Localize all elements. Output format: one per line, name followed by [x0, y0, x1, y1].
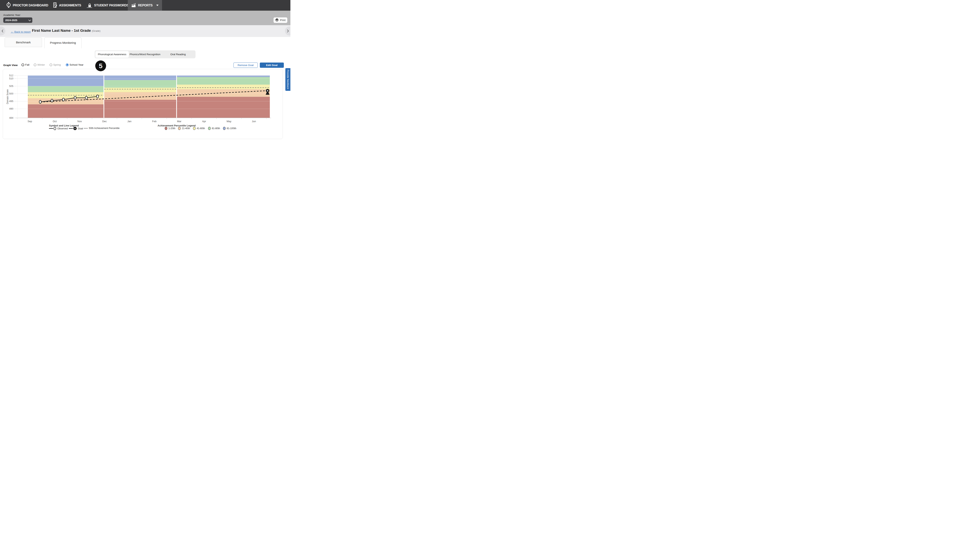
percentile-line-icon	[84, 128, 88, 129]
svg-text:Feb: Feb	[152, 120, 156, 123]
step-badge: 5	[95, 60, 106, 71]
svg-text:Apr: Apr	[202, 120, 206, 123]
nav-label: ASSIGNMENTS	[59, 4, 81, 7]
radio-circle-icon	[66, 63, 68, 66]
observed-line-icon	[49, 128, 53, 129]
proctor-dashboard-app: PROCTOR DASHBOARD ASSIGNMENTS ★★★★ STUDE…	[0, 0, 290, 140]
legend-item-observed: Observed	[49, 127, 68, 130]
svg-text:512: 512	[9, 74, 13, 77]
goal-line-icon	[69, 128, 73, 129]
nav-item-reports[interactable]: REPORTS	[128, 0, 162, 11]
subtab-oral-reading[interactable]: Oral Reading	[161, 51, 195, 58]
radio-school-year[interactable]: School Year	[66, 63, 83, 66]
legend-item-81-100th: 81-100th	[223, 127, 236, 130]
legend-item-41-60th: 41-60th	[193, 127, 205, 130]
nav-label: PROCTOR DASHBOARD	[13, 4, 48, 7]
svg-text:Domain Score: Domain Score	[6, 89, 9, 104]
gauge-icon	[6, 2, 11, 9]
graph-view-label: Graph View	[3, 64, 18, 66]
page-title: First Name Last Name - 1st Grade(Grade)	[32, 28, 101, 33]
radio-circle-icon	[22, 63, 24, 66]
nav-item-assignments[interactable]: ASSIGNMENTS	[53, 0, 81, 11]
scroll-right-button[interactable]	[285, 27, 290, 35]
nav-label: REPORTS	[138, 4, 152, 7]
percentile-legend-title: Achievement Percentile Legend	[157, 124, 196, 127]
svg-text:505: 505	[9, 84, 13, 88]
back-to-report-link[interactable]: ← Back to report	[11, 30, 31, 34]
legend-item-61-80th: 61-80th	[208, 127, 220, 130]
svg-text:495: 495	[9, 100, 13, 103]
toolbar: Academic Year: 2024-2025 Print	[0, 11, 290, 25]
svg-text:May: May	[227, 120, 232, 123]
subtab-phonics-word-recognition[interactable]: Phonics/Word Recognition	[129, 51, 161, 58]
svg-text:Jan: Jan	[128, 120, 131, 123]
scroll-left-button[interactable]	[0, 27, 5, 35]
svg-text:★: ★	[267, 89, 269, 92]
goal-star-icon: ★	[73, 127, 77, 130]
legend-item-1-20th: 1-20th	[165, 127, 175, 130]
page-header: ← Back to report First Name Last Name - …	[0, 25, 290, 37]
print-button[interactable]: Print	[273, 17, 287, 23]
academic-year-select[interactable]: 2024-2025	[3, 17, 32, 23]
svg-text:510: 510	[9, 77, 13, 80]
nav-item-proctor-dashboard[interactable]: PROCTOR DASHBOARD	[6, 0, 48, 11]
back-arrow-icon: ←	[11, 30, 14, 34]
edit-goal-button[interactable]: Edit Goal	[260, 63, 284, 68]
svg-text:Dec: Dec	[102, 120, 107, 123]
academic-year-label: Academic Year:	[3, 13, 21, 17]
legend-item-50th-percentile: 50th Achievement Percentile	[84, 127, 119, 129]
symbol-legend-title: Symbol and Line Legend	[49, 124, 79, 127]
academic-year-value: 2024-2025	[5, 19, 17, 22]
radio-circle-icon	[50, 63, 52, 66]
tab-benchmark[interactable]: Benchmark	[5, 37, 42, 47]
svg-text:Mar: Mar	[177, 120, 181, 123]
chevron-down-icon	[28, 18, 31, 21]
svg-text:Nov: Nov	[78, 120, 82, 123]
top-nav: PROCTOR DASHBOARD ASSIGNMENTS ★★★★ STUDE…	[0, 0, 290, 11]
svg-text:Jun: Jun	[252, 120, 256, 123]
lock-stars-icon: ★★★★	[87, 3, 92, 8]
printer-icon	[275, 18, 278, 22]
radio-fall[interactable]: Fall	[22, 63, 30, 66]
radio-circle-icon	[34, 63, 36, 66]
grade-suffix: (Grade)	[92, 30, 101, 32]
progress-monitoring-chart: 484490495500505510512SepOctNovDecJanFebM…	[3, 69, 283, 127]
radio-spring: Spring	[50, 63, 61, 66]
nav-label: STUDENT PASSWORDS	[94, 4, 129, 7]
chevron-down-icon	[156, 5, 159, 6]
provide-feedback-tab[interactable]: Provide feedback	[285, 68, 290, 91]
svg-text:Sep: Sep	[28, 120, 32, 123]
print-label: Print	[280, 18, 285, 22]
percentile-dot-icon	[178, 127, 181, 130]
svg-text:490: 490	[9, 107, 13, 110]
observed-point-icon	[54, 127, 56, 130]
svg-text:500: 500	[9, 92, 13, 95]
area-chart-icon	[131, 3, 136, 8]
remove-goal-button[interactable]: Remove Goal	[234, 63, 258, 68]
tab-progress-monitoring[interactable]: Progress Monitoring	[44, 37, 81, 48]
domain-subtabs: Phonological Awareness Phonics/Word Reco…	[94, 50, 196, 58]
clipboard-check-icon	[53, 2, 57, 8]
percentile-dot-icon	[223, 127, 225, 130]
svg-text:Oct: Oct	[53, 120, 57, 123]
percentile-dot-icon	[165, 127, 167, 130]
subtab-phonological-awareness[interactable]: Phonological Awareness	[95, 51, 129, 58]
legend-item-21-40th: 21-40th	[178, 127, 190, 130]
svg-text:484: 484	[9, 116, 13, 119]
percentile-dot-icon	[193, 127, 196, 130]
radio-winter: Winter	[34, 63, 45, 66]
legend-item-goal: ★ Goal	[69, 127, 83, 130]
nav-item-student-passwords[interactable]: ★★★★ STUDENT PASSWORDS	[87, 0, 129, 11]
percentile-dot-icon	[208, 127, 211, 130]
